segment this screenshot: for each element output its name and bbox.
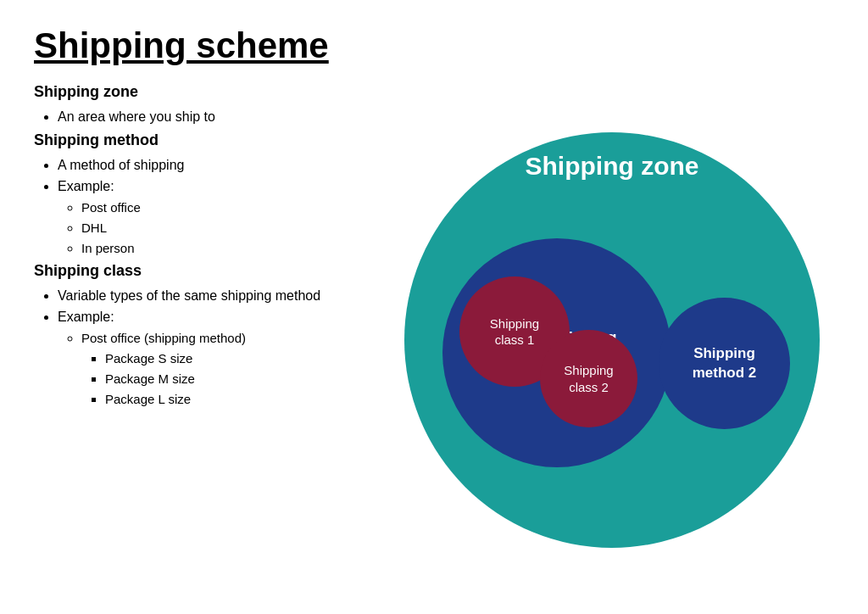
list-item: DHL xyxy=(81,218,390,238)
list-item: Example: Post office (shipping method) P… xyxy=(58,306,390,410)
diagram-panel: Shipping zone Shippingmethod 1 Shippingm… xyxy=(390,83,834,597)
content-area: Shipping zone An area where you ship to … xyxy=(34,83,834,597)
list-item: Post office (shipping method) Package S … xyxy=(81,328,390,410)
heading-shipping-class: Shipping class xyxy=(34,262,390,280)
list-item: Variable types of the same shipping meth… xyxy=(58,285,390,307)
heading-shipping-zone: Shipping zone xyxy=(34,83,390,101)
diagram-wrapper: Shipping zone Shippingmethod 1 Shippingm… xyxy=(392,120,832,561)
sub-list-examples: Post office DHL In person xyxy=(58,198,390,259)
sub-list-class-examples: Post office (shipping method) Package S … xyxy=(58,328,390,410)
list-item: Post office xyxy=(81,198,390,218)
shipping-method2-circle: Shippingmethod 2 xyxy=(659,298,790,429)
section-shipping-class: Shipping class Variable types of the sam… xyxy=(34,262,390,410)
list-shipping-class: Variable types of the same shipping meth… xyxy=(34,285,390,410)
page-container: Shipping scheme Shipping zone An area wh… xyxy=(0,0,868,614)
section-shipping-method: Shipping method A method of shipping Exa… xyxy=(34,131,390,259)
list-item: Package L size xyxy=(105,389,390,410)
left-panel: Shipping zone An area where you ship to … xyxy=(34,83,390,597)
list-shipping-zone: An area where you ship to xyxy=(34,106,390,128)
page-title: Shipping scheme xyxy=(34,25,834,66)
heading-shipping-method: Shipping method xyxy=(34,131,390,149)
shipping-class2-circle: Shippingclass 2 xyxy=(540,330,637,427)
shipping-class1-label: Shippingclass 1 xyxy=(490,315,539,349)
shipping-class2-label: Shippingclass 2 xyxy=(564,362,613,395)
shipping-zone-label: Shipping zone xyxy=(526,151,699,181)
list-item: A method of shipping xyxy=(58,154,390,176)
list-item: Package S size xyxy=(105,349,390,369)
list-item: In person xyxy=(81,238,390,259)
sub-sub-list-packages: Package S size Package M size Package L … xyxy=(81,349,390,410)
list-item: An area where you ship to xyxy=(58,106,390,128)
list-item: Package M size xyxy=(105,369,390,389)
shipping-method2-label: Shippingmethod 2 xyxy=(693,344,757,382)
list-shipping-method: A method of shipping Example: Post offic… xyxy=(34,154,390,259)
list-item: Example: Post office DHL In person xyxy=(58,176,390,259)
section-shipping-zone: Shipping zone An area where you ship to xyxy=(34,83,390,128)
